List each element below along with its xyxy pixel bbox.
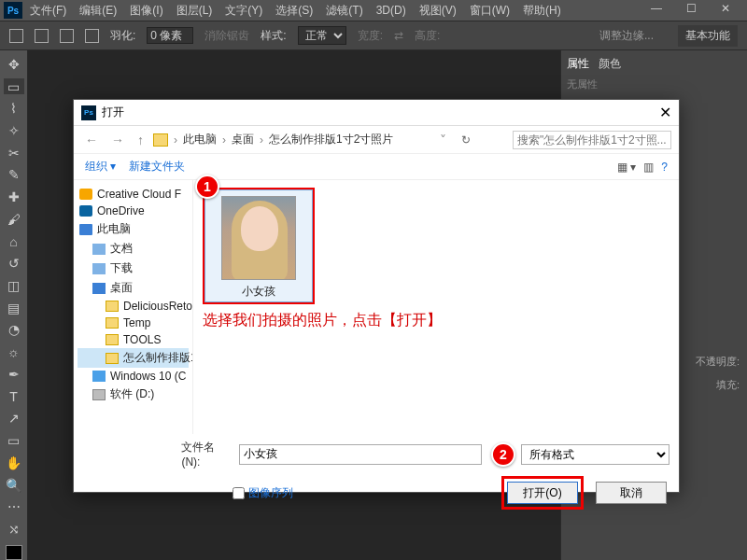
tree-item[interactable]: Creative Cloud F <box>78 186 189 203</box>
type-tool-icon[interactable]: T <box>4 388 24 405</box>
tree-item-label: OneDrive <box>97 204 145 217</box>
blur-tool-icon[interactable]: ◔ <box>4 322 24 339</box>
annotation-text: 选择我们拍摄的照片，点击【打开】 <box>203 311 442 330</box>
eraser-tool-icon[interactable]: ◫ <box>4 277 24 294</box>
format-select[interactable]: 所有格式 <box>521 444 669 465</box>
more-tools-icon[interactable]: ⋯ <box>4 498 24 515</box>
search-input[interactable] <box>513 131 671 149</box>
stamp-tool-icon[interactable]: ⌂ <box>4 233 24 250</box>
shape-tool-icon[interactable]: ▭ <box>4 432 24 449</box>
open-button[interactable]: 打开(O) <box>507 482 578 504</box>
crop-tool-icon[interactable]: ✂ <box>4 145 24 161</box>
hand-tool-icon[interactable]: ✋ <box>4 455 24 471</box>
marquee-preset-icon[interactable] <box>9 29 23 43</box>
menu-type[interactable]: 文字(Y) <box>225 3 262 19</box>
workspace-basic[interactable]: 基本功能 <box>678 25 738 47</box>
tree-item[interactable]: 桌面 <box>78 278 189 298</box>
tree-item[interactable]: TOOLS <box>78 331 189 348</box>
file-list[interactable]: 1 小女孩 选择我们拍摄的照片，点击【打开】 <box>193 180 679 434</box>
organize-menu[interactable]: 组织 ▾ <box>85 159 116 175</box>
dialog-close-icon[interactable]: ✕ <box>659 104 671 121</box>
tree-item[interactable]: Temp <box>78 315 189 331</box>
tree-item[interactable]: 软件 (D:) <box>78 385 189 404</box>
menu-view[interactable]: 视图(V) <box>419 3 457 19</box>
file-thumbnail[interactable]: 小女孩 <box>204 189 313 302</box>
menu-filter[interactable]: 滤镜(T) <box>326 3 362 19</box>
menu-select[interactable]: 选择(S) <box>275 3 313 19</box>
annotation-highlight-2: 打开(O) <box>501 476 584 510</box>
swap-colors-icon[interactable]: ⤭ <box>4 521 24 538</box>
help-icon[interactable]: ? <box>661 161 668 174</box>
tree-item[interactable]: 下载 <box>78 259 189 278</box>
brush-tool-icon[interactable]: 🖌 <box>4 211 24 228</box>
annotation-badge-1: 1 <box>195 175 219 199</box>
preview-pane-icon[interactable]: ▥ <box>643 161 654 174</box>
move-tool-icon[interactable]: ✥ <box>4 56 24 73</box>
tree-item[interactable]: OneDrive <box>78 203 189 219</box>
add-selection-icon[interactable] <box>60 29 74 43</box>
heal-tool-icon[interactable]: ✚ <box>4 189 24 205</box>
menu-window[interactable]: 窗口(W) <box>470 3 510 19</box>
new-folder-button[interactable]: 新建文件夹 <box>129 159 185 175</box>
breadcrumb-desktop[interactable]: 桌面 <box>232 132 254 147</box>
tree-item[interactable]: DeliciousReto <box>78 298 189 315</box>
filename-input[interactable] <box>239 444 482 465</box>
menu-edit[interactable]: 编辑(E) <box>79 3 117 19</box>
subtract-selection-icon[interactable] <box>85 29 99 43</box>
antialias-label: 消除锯齿 <box>204 28 249 44</box>
tree-item-label: 文档 <box>110 241 133 257</box>
folder-icon <box>79 189 92 200</box>
tree-item-label: DeliciousReto <box>123 300 192 313</box>
lasso-tool-icon[interactable]: ⌇ <box>4 100 24 117</box>
minimize-icon[interactable]: — <box>651 2 662 15</box>
tab-properties[interactable]: 属性 <box>567 56 589 72</box>
breadcrumb-pc[interactable]: 此电脑 <box>183 132 217 147</box>
app-logo: Ps <box>4 2 22 19</box>
style-select[interactable]: 正常 <box>298 26 346 45</box>
tree-item[interactable]: Windows 10 (C <box>78 368 189 385</box>
thumbnail-label: 小女孩 <box>242 284 275 300</box>
folder-icon <box>79 224 92 235</box>
folder-icon <box>106 301 119 312</box>
menu-file[interactable]: 文件(F) <box>30 3 66 19</box>
tree-item-label: TOOLS <box>123 333 161 346</box>
tree-item[interactable]: 怎么制作排版1 <box>78 348 189 368</box>
wand-tool-icon[interactable]: ✧ <box>4 122 24 139</box>
thumbnail-image <box>221 196 296 280</box>
annotation-highlight-1: 小女孩 <box>203 188 315 304</box>
maximize-icon[interactable]: ☐ <box>686 2 697 15</box>
image-sequence-checkbox[interactable] <box>233 487 245 499</box>
tab-color[interactable]: 颜色 <box>599 56 621 72</box>
nav-forward-icon[interactable]: → <box>107 133 128 147</box>
menu-help[interactable]: 帮助(H) <box>523 3 561 19</box>
menu-3d[interactable]: 3D(D) <box>376 4 406 17</box>
gradient-tool-icon[interactable]: ▤ <box>4 300 24 316</box>
close-icon[interactable]: ✕ <box>721 2 730 15</box>
tree-item[interactable]: 文档 <box>78 239 189 259</box>
foreground-color[interactable] <box>6 545 22 560</box>
breadcrumb-current[interactable]: 怎么制作排版1寸2寸照片 <box>269 132 393 147</box>
image-sequence-label: 图像序列 <box>248 485 293 501</box>
marquee-tool-icon[interactable]: ▭ <box>4 78 24 95</box>
dodge-tool-icon[interactable]: ☼ <box>4 343 24 360</box>
refine-edge-button[interactable]: 调整边缘... <box>599 28 654 44</box>
view-mode-icon[interactable]: ▦ ▾ <box>617 161 636 174</box>
tree-item-label: 软件 (D:) <box>110 386 154 402</box>
tree-item-label: 此电脑 <box>97 221 131 237</box>
history-brush-icon[interactable]: ↺ <box>4 255 24 272</box>
menu-image[interactable]: 图像(I) <box>130 3 162 19</box>
nav-back-icon[interactable]: ← <box>81 133 102 147</box>
folder-tree[interactable]: Creative Cloud FOneDrive此电脑文档下载桌面Delicio… <box>74 180 193 434</box>
refresh-icon[interactable]: ↻ <box>456 133 476 147</box>
feather-input[interactable] <box>147 27 193 44</box>
zoom-tool-icon[interactable]: 🔍 <box>4 477 24 494</box>
tree-item[interactable]: 此电脑 <box>78 219 189 239</box>
cancel-button[interactable]: 取消 <box>596 482 667 504</box>
eyedropper-tool-icon[interactable]: ✎ <box>4 167 24 184</box>
nav-up-icon[interactable]: ↑ <box>134 133 148 147</box>
tree-item-label: Creative Cloud F <box>97 188 181 201</box>
path-tool-icon[interactable]: ↗ <box>4 411 24 427</box>
pen-tool-icon[interactable]: ✒ <box>4 366 24 383</box>
menu-layer[interactable]: 图层(L) <box>176 3 213 19</box>
new-selection-icon[interactable] <box>35 29 49 43</box>
